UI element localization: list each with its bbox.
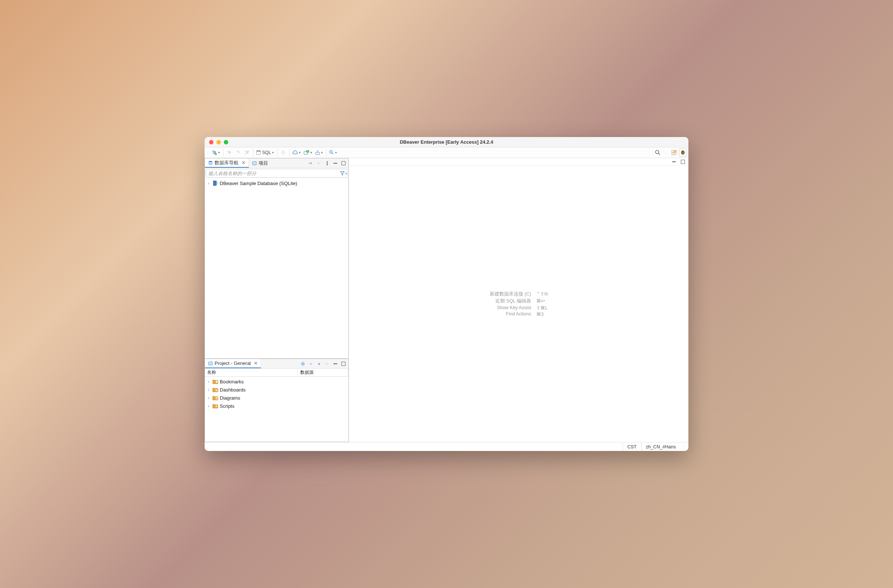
svg-rect-21	[253, 161, 257, 165]
svg-rect-37	[672, 161, 676, 162]
close-window-button[interactable]	[209, 140, 213, 144]
tree-item-label: Diagrams	[220, 395, 241, 401]
chevron-right-icon[interactable]: ›	[206, 404, 211, 408]
chevron-right-icon[interactable]: ›	[206, 181, 211, 185]
editor-area: 新建数据库连接 (C) ⌃⇧N 近期 SQL 编辑器 ⌘↩ Show Key A…	[349, 158, 689, 442]
svg-line-1	[245, 151, 249, 155]
maximize-panel-button[interactable]	[340, 160, 347, 167]
add-button[interactable]: +	[316, 361, 322, 367]
close-icon[interactable]: ✕	[254, 361, 258, 366]
column-name[interactable]: 名称	[205, 368, 298, 376]
svg-point-24	[327, 164, 328, 165]
sql-label: SQL	[262, 150, 271, 155]
dbeaver-perspective-button[interactable]	[679, 149, 687, 156]
svg-point-18	[682, 152, 683, 152]
svg-point-22	[327, 161, 328, 162]
shortcut-label: Find Actions	[490, 311, 531, 317]
shortcut-hints: 新建数据库连接 (C) ⌃⇧N 近期 SQL 编辑器 ⌘↩ Show Key A…	[490, 291, 548, 317]
link-editor-button[interactable]	[308, 160, 314, 167]
svg-rect-15	[672, 153, 674, 155]
refresh-button[interactable]	[316, 160, 322, 167]
link-button[interactable]	[324, 361, 331, 367]
svg-rect-4	[282, 152, 284, 154]
shortcut-label: 近期 SQL 编辑器	[490, 298, 531, 304]
statusbar: CST zh_CN_#Hans ⋮	[204, 442, 689, 451]
table-search-input[interactable]	[206, 171, 339, 176]
chevron-right-icon[interactable]: ›	[206, 388, 211, 392]
svg-rect-31	[334, 364, 337, 364]
folder-icon	[208, 361, 213, 366]
svg-point-19	[209, 161, 212, 162]
tab-db-navigator[interactable]: 数据库导航 ✕	[205, 158, 249, 168]
svg-rect-28	[209, 362, 213, 365]
db-navigator-panel: 数据库导航 ✕ 项目	[204, 158, 349, 359]
tree-item-label: Scripts	[220, 403, 235, 409]
svg-rect-38	[681, 160, 685, 164]
collapse-button[interactable]: −	[308, 361, 314, 367]
tree-item-label: Bookmarks	[220, 379, 244, 385]
tab-project-general[interactable]: Project - General ✕	[205, 359, 261, 368]
svg-point-30	[302, 363, 304, 364]
search-row: ▾	[206, 169, 347, 177]
shortcut-key: ⇧⌘L	[536, 305, 548, 311]
chevron-right-icon[interactable]: ›	[206, 380, 211, 384]
new-connection-button[interactable]: ▼	[210, 149, 221, 156]
close-icon[interactable]: ✕	[242, 160, 246, 165]
tree-item-sample-db[interactable]: › DBeaver Sample Database (SQLite)	[205, 179, 348, 187]
db-tree[interactable]: › DBeaver Sample Database (SQLite)	[205, 178, 348, 358]
connect-button[interactable]	[225, 149, 233, 156]
main-area: 数据库导航 ✕ 项目	[204, 158, 689, 442]
git-button[interactable]: GIT ▼	[303, 149, 314, 156]
tab-project[interactable]: 项目	[249, 158, 271, 168]
project-tree[interactable]: › Bookmarks › Dashboards › Diagrams	[205, 377, 348, 442]
tree-item-diagrams[interactable]: › Diagrams	[205, 394, 348, 402]
svg-rect-36	[216, 399, 218, 399]
perspective-button[interactable]	[670, 149, 678, 156]
configure-button[interactable]	[299, 361, 306, 367]
disconnect-all-button[interactable]	[243, 149, 251, 156]
svg-rect-26	[341, 161, 345, 165]
scripts-folder-icon	[212, 403, 218, 409]
maximize-editor-button[interactable]	[680, 158, 686, 165]
maximize-window-button[interactable]	[224, 140, 228, 144]
minimize-panel-button[interactable]	[332, 160, 339, 167]
tree-item-label: DBeaver Sample Database (SQLite)	[220, 180, 297, 186]
tree-item-dashboards[interactable]: › Dashboards	[205, 386, 348, 394]
tree-item-bookmarks[interactable]: › Bookmarks	[205, 377, 348, 386]
global-search-button[interactable]	[654, 149, 662, 156]
minimize-editor-button[interactable]	[671, 158, 677, 165]
sql-editor-button[interactable]: SQL ▼	[255, 149, 275, 156]
shortcut-label: Show Key Assist	[490, 305, 531, 311]
export-button[interactable]: ▼	[314, 149, 324, 156]
editor-header	[349, 158, 689, 165]
cloud-button[interactable]: ▼	[292, 149, 302, 156]
svg-rect-35	[216, 397, 218, 398]
svg-point-17	[681, 150, 685, 155]
svg-rect-3	[257, 151, 261, 152]
status-timezone[interactable]: CST	[623, 442, 641, 451]
svg-rect-32	[341, 362, 345, 365]
filter-button[interactable]: ▾	[339, 169, 347, 177]
svg-rect-16	[674, 153, 676, 155]
column-datasource[interactable]: 数据源	[298, 368, 348, 376]
minimize-window-button[interactable]	[216, 140, 221, 144]
svg-text:GIT: GIT	[306, 151, 309, 153]
disconnect-button[interactable]	[234, 149, 242, 156]
tree-item-scripts[interactable]: › Scripts	[205, 402, 348, 410]
project-panel: Project - General ✕ − + 名称 数据源	[204, 359, 349, 442]
maximize-panel-button[interactable]	[340, 361, 347, 367]
lock-button[interactable]	[279, 149, 287, 156]
status-locale[interactable]: zh_CN_#Hans	[641, 442, 680, 451]
search-toolbar-button[interactable]: ▼	[328, 149, 338, 156]
main-toolbar: ⋮ ▼ SQL ▼ ▼ GIT ▼	[204, 147, 689, 158]
traffic-lights	[204, 140, 228, 144]
minimize-panel-button[interactable]	[332, 361, 339, 367]
chevron-right-icon[interactable]: ›	[206, 396, 211, 400]
svg-rect-34	[217, 390, 218, 391]
svg-rect-13	[672, 150, 674, 152]
view-menu-button[interactable]	[324, 160, 331, 167]
tab-db-nav-label: 数据库导航	[215, 159, 239, 166]
svg-point-23	[327, 162, 328, 164]
shortcut-key: ⌘3	[536, 311, 548, 317]
svg-line-12	[658, 153, 660, 155]
